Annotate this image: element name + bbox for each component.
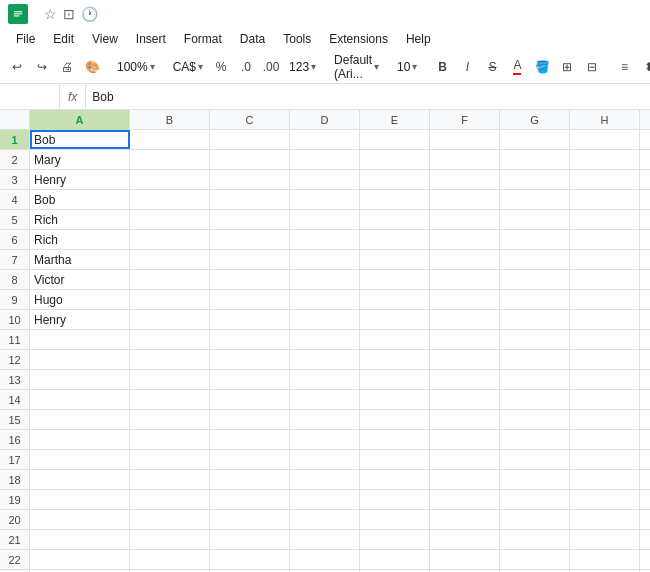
grid-cell[interactable] — [500, 130, 570, 149]
col-header-b[interactable]: B — [130, 110, 210, 130]
grid-cell[interactable] — [130, 530, 210, 549]
row-number[interactable]: 7 — [0, 250, 30, 269]
grid-cell[interactable]: Bob — [30, 190, 130, 209]
grid-cell[interactable]: Rich — [30, 230, 130, 249]
grid-cell[interactable] — [360, 510, 430, 529]
grid-cell[interactable] — [290, 150, 360, 169]
grid-cell[interactable] — [430, 210, 500, 229]
grid-cell[interactable] — [130, 430, 210, 449]
grid-cell[interactable] — [500, 490, 570, 509]
formula-input[interactable] — [86, 90, 650, 104]
grid-cell[interactable] — [640, 530, 650, 549]
grid-cell[interactable] — [210, 310, 290, 329]
grid-cell[interactable] — [570, 130, 640, 149]
row-number[interactable]: 20 — [0, 510, 30, 529]
grid-cell[interactable] — [210, 230, 290, 249]
grid-cell[interactable] — [430, 530, 500, 549]
menu-edit[interactable]: Edit — [45, 30, 82, 48]
menu-tools[interactable]: Tools — [275, 30, 319, 48]
grid-cell[interactable] — [210, 490, 290, 509]
row-number[interactable]: 2 — [0, 150, 30, 169]
grid-cell[interactable] — [640, 430, 650, 449]
grid-cell[interactable] — [360, 430, 430, 449]
grid-cell[interactable] — [640, 370, 650, 389]
row-number[interactable]: 12 — [0, 350, 30, 369]
grid-cell[interactable] — [570, 250, 640, 269]
grid-cell[interactable] — [430, 450, 500, 469]
grid-cell[interactable] — [360, 370, 430, 389]
col-header-d[interactable]: D — [290, 110, 360, 130]
grid-cell[interactable] — [570, 330, 640, 349]
row-number[interactable]: 13 — [0, 370, 30, 389]
grid-cell[interactable] — [430, 250, 500, 269]
grid-cell[interactable] — [640, 150, 650, 169]
grid-cell[interactable] — [430, 430, 500, 449]
grid-cell[interactable] — [360, 350, 430, 369]
menu-view[interactable]: View — [84, 30, 126, 48]
grid-cell[interactable] — [210, 410, 290, 429]
row-number[interactable]: 18 — [0, 470, 30, 489]
paint-format-button[interactable]: 🎨 — [81, 54, 103, 80]
grid-cell[interactable] — [290, 450, 360, 469]
cell-reference[interactable] — [0, 84, 60, 109]
grid-cell[interactable] — [30, 390, 130, 409]
grid-cell[interactable] — [130, 550, 210, 569]
print-button[interactable]: 🖨 — [56, 54, 78, 80]
grid-cell[interactable] — [500, 310, 570, 329]
grid-cell[interactable] — [130, 270, 210, 289]
grid-cell[interactable] — [30, 510, 130, 529]
grid-cell[interactable] — [360, 190, 430, 209]
row-number[interactable]: 10 — [0, 310, 30, 329]
grid-cell[interactable] — [570, 290, 640, 309]
grid-cell[interactable] — [500, 190, 570, 209]
grid-cell[interactable] — [290, 210, 360, 229]
grid-cell[interactable] — [30, 410, 130, 429]
grid-cell[interactable] — [290, 130, 360, 149]
grid-cell[interactable] — [500, 290, 570, 309]
grid-cell[interactable] — [210, 250, 290, 269]
grid-cell[interactable] — [570, 230, 640, 249]
grid-cell[interactable] — [570, 390, 640, 409]
grid-cell[interactable] — [430, 190, 500, 209]
grid-cell[interactable] — [500, 330, 570, 349]
grid-cell[interactable] — [30, 450, 130, 469]
grid-cell[interactable] — [640, 490, 650, 509]
grid-cell[interactable] — [500, 150, 570, 169]
grid-cell[interactable] — [290, 170, 360, 189]
grid-cell[interactable] — [210, 270, 290, 289]
grid-cell[interactable] — [640, 390, 650, 409]
grid-cell[interactable] — [210, 290, 290, 309]
grid-cell[interactable] — [430, 270, 500, 289]
grid-cell[interactable] — [30, 430, 130, 449]
borders-button[interactable]: ⊞ — [556, 54, 578, 80]
grid-cell[interactable] — [30, 490, 130, 509]
zoom-select[interactable]: 100% ▾ — [113, 54, 159, 80]
col-header-c[interactable]: C — [210, 110, 290, 130]
grid-cell[interactable] — [130, 410, 210, 429]
grid-cell[interactable] — [130, 510, 210, 529]
grid-cell[interactable] — [210, 470, 290, 489]
menu-data[interactable]: Data — [232, 30, 273, 48]
currency-select[interactable]: CA$ ▾ — [169, 54, 207, 80]
grid-cell[interactable] — [30, 470, 130, 489]
grid-cell[interactable] — [290, 470, 360, 489]
italic-button[interactable]: I — [456, 54, 478, 80]
grid-cell[interactable] — [570, 550, 640, 569]
grid-cell[interactable] — [360, 130, 430, 149]
grid-cell[interactable] — [570, 310, 640, 329]
grid-cell[interactable] — [290, 490, 360, 509]
col-header-h[interactable]: H — [570, 110, 640, 130]
grid-cell[interactable]: Henry — [30, 170, 130, 189]
grid-cell[interactable] — [360, 270, 430, 289]
grid-cell[interactable] — [210, 150, 290, 169]
text-color-button[interactable]: A — [506, 54, 528, 80]
grid-cell[interactable] — [290, 390, 360, 409]
grid-cell[interactable] — [640, 550, 650, 569]
grid-cell[interactable] — [640, 510, 650, 529]
grid-cell[interactable] — [430, 330, 500, 349]
grid-cell[interactable]: Rich — [30, 210, 130, 229]
menu-file[interactable]: File — [8, 30, 43, 48]
grid-cell[interactable] — [640, 410, 650, 429]
grid-cell[interactable] — [500, 350, 570, 369]
grid-cell[interactable] — [430, 490, 500, 509]
